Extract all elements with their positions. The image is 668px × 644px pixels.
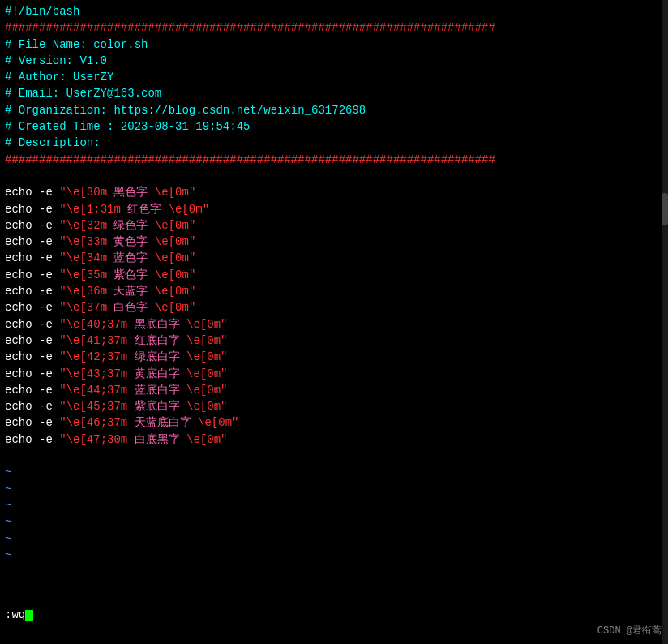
line-desc: # Description: xyxy=(5,135,663,151)
line-echo6: echo -e "\e[35m 紫色字 \e[0m" xyxy=(5,267,663,283)
tilde-1: ~ xyxy=(5,464,663,480)
terminal: #!/bin/bash ############################… xyxy=(0,0,668,644)
tilde-5: ~ xyxy=(5,530,663,547)
line-echo10: echo -e "\e[41;37m 红底白字 \e[0m" xyxy=(5,333,663,349)
line-echo16: echo -e "\e[47;30m 白底黑字 \e[0m" xyxy=(5,431,663,448)
line-filename: # File Name: color.sh xyxy=(5,36,663,53)
line-echo4: echo -e "\e[33m 黄色字 \e[0m" xyxy=(5,234,663,250)
scrollbar[interactable] xyxy=(662,0,668,644)
line-echo11: echo -e "\e[42;37m 绿底白字 \e[0m" xyxy=(5,349,663,365)
line-hash2: ########################################… xyxy=(5,152,663,168)
line-echo13: echo -e "\e[44;37m 蓝底白字 \e[0m" xyxy=(5,382,663,398)
line-echo2: echo -e "\e[1;31m 红色字 \e[0m" xyxy=(5,201,663,217)
tilde-2: ~ xyxy=(5,481,663,497)
line-shebang: #!/bin/bash xyxy=(5,3,663,19)
scrollbar-thumb[interactable] xyxy=(662,193,668,225)
tilde-3: ~ xyxy=(5,497,663,513)
cursor-block xyxy=(25,610,33,621)
line-echo8: echo -e "\e[37m 白色字 \e[0m" xyxy=(5,299,663,316)
line-echo12: echo -e "\e[43;37m 黄底白字 \e[0m" xyxy=(5,366,663,382)
line-version: # Version: V1.0 xyxy=(5,53,663,69)
line-created: # Created Time : 2023-08-31 19:54:45 xyxy=(5,118,663,135)
command-text: :wq xyxy=(5,608,25,621)
line-org: # Organization: https://blog.csdn.net/we… xyxy=(5,102,663,118)
line-echo15: echo -e "\e[46;37m 天蓝底白字 \e[0m" xyxy=(5,414,663,431)
line-hash1: ########################################… xyxy=(5,19,663,36)
line-author: # Author: UserZY xyxy=(5,69,663,85)
line-echo7: echo -e "\e[36m 天蓝字 \e[0m" xyxy=(5,283,663,299)
line-blank2 xyxy=(5,448,663,464)
tilde-4: ~ xyxy=(5,513,663,530)
command-line[interactable]: :wq xyxy=(5,608,33,621)
line-echo9: echo -e "\e[40;37m 黑底白字 \e[0m" xyxy=(5,316,663,333)
line-echo3: echo -e "\e[32m 绿色字 \e[0m" xyxy=(5,217,663,234)
line-echo5: echo -e "\e[34m 蓝色字 \e[0m" xyxy=(5,250,663,266)
line-echo14: echo -e "\e[45;37m 紫底白字 \e[0m" xyxy=(5,398,663,414)
watermark: CSDN @君衔蒿 xyxy=(597,624,662,638)
line-blank1 xyxy=(5,168,663,184)
line-email: # Email: UserZY@163.com xyxy=(5,85,663,101)
line-echo1: echo -e "\e[30m 黑色字 \e[0m" xyxy=(5,184,663,200)
tilde-6: ~ xyxy=(5,547,663,563)
